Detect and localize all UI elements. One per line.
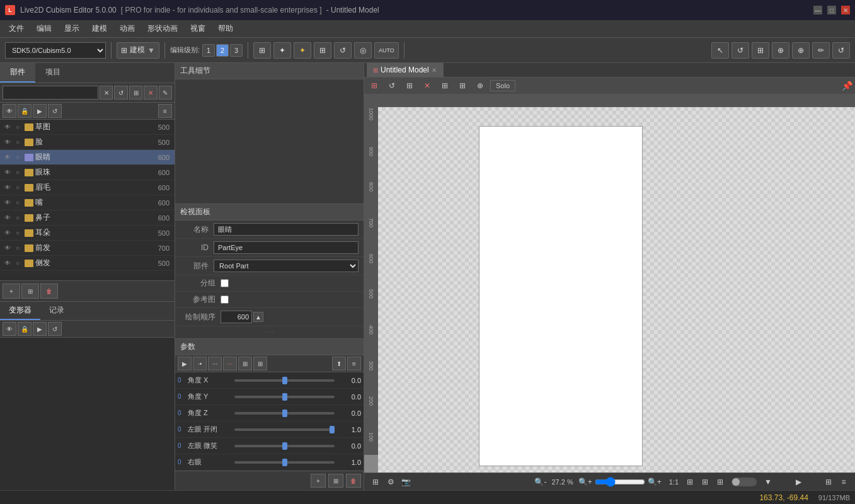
canvas-area[interactable]: 1000 900 800 700 600 500 400 300 200 100 <box>364 94 855 472</box>
param-slider[interactable] <box>234 379 335 382</box>
vis-icon[interactable]: 👁 <box>3 152 13 163</box>
layer-item[interactable]: 👁 ○ 耳朵 500 <box>0 226 175 241</box>
vis-icon[interactable]: 👁 <box>3 258 13 268</box>
lock-icon[interactable]: ○ <box>13 122 23 132</box>
param-menu-btn[interactable]: ≡ <box>347 357 361 370</box>
vis-icon[interactable]: 👁 <box>3 243 13 253</box>
layer-play-btn[interactable]: ▶ <box>33 104 47 118</box>
param-add-btn[interactable]: + <box>311 474 326 488</box>
deform-loop[interactable]: ↺ <box>48 322 62 336</box>
menu-model[interactable]: 建模 <box>86 21 113 37</box>
menu-btn2[interactable]: ≡ <box>837 476 850 488</box>
canvas-tool-5[interactable]: ⊞ <box>437 79 452 93</box>
deform-play[interactable]: ▶ <box>33 322 47 336</box>
search-grid-btn[interactable]: ⊞ <box>129 86 142 100</box>
param-export-btn[interactable]: ⬆ <box>332 357 346 370</box>
pin-button[interactable]: 📌 <box>842 81 852 91</box>
del-point-tool[interactable]: ⊕ <box>792 42 810 59</box>
layer-item[interactable]: 👁 ○ 眉毛 600 <box>0 180 175 195</box>
menu-shape-anim[interactable]: 形状动画 <box>141 21 184 37</box>
param-handle[interactable] <box>282 442 287 450</box>
transform-tool[interactable]: ⊞ <box>253 42 271 59</box>
canvas-tool-2[interactable]: ↺ <box>384 79 399 93</box>
layer-item[interactable]: 👁 ○ 脸 500 <box>0 135 175 150</box>
lock-icon[interactable]: ○ <box>13 198 23 208</box>
maximize-button[interactable]: □ <box>827 6 836 14</box>
search-clear-btn[interactable]: ✕ <box>100 86 113 100</box>
level-3-btn[interactable]: 3 <box>230 44 243 57</box>
canvas-settings-btn[interactable]: ⚙ <box>384 476 397 488</box>
lock-icon[interactable]: ○ <box>13 168 23 178</box>
canvas-camera-btn[interactable]: 📷 <box>399 476 412 488</box>
search-delete-btn[interactable]: ✕ <box>144 86 157 100</box>
select-tool[interactable]: ✦ <box>294 42 311 59</box>
layer-item[interactable]: 👁 ○ 鼻子 600 <box>0 210 175 226</box>
point-tool[interactable]: ✦ <box>273 42 291 59</box>
menu-help[interactable]: 帮助 <box>212 21 239 37</box>
close-button[interactable]: ✕ <box>841 6 850 14</box>
menu-animation[interactable]: 动画 <box>113 21 141 37</box>
deform-vis[interactable]: 👁 <box>3 322 16 336</box>
param-slider[interactable] <box>234 428 335 431</box>
redo-tool[interactable]: ↺ <box>832 42 850 59</box>
canvas-tab-model[interactable]: ⊞ Untitled Model ✕ <box>367 63 444 77</box>
tab-record[interactable]: 记录 <box>40 302 73 320</box>
lasso-tool[interactable]: ↺ <box>732 42 749 59</box>
lock-icon[interactable]: ○ <box>13 137 23 147</box>
play-btn[interactable]: ▶ <box>792 476 805 488</box>
vis-icon[interactable]: 👁 <box>3 228 13 238</box>
param-handle[interactable] <box>330 426 335 433</box>
minimize-button[interactable]: — <box>813 6 822 14</box>
mesh-tool[interactable]: ⊞ <box>314 42 331 59</box>
part-select[interactable]: Root Part <box>214 260 359 272</box>
param-tool1[interactable]: ·• <box>193 357 207 370</box>
level-2-btn[interactable]: 2 <box>216 44 229 57</box>
layer-item[interactable]: 👁 ○ 眼珠 600 <box>0 165 175 180</box>
deform-lock[interactable]: 🔒 <box>18 322 32 336</box>
layer-vis-toggle[interactable]: 👁 <box>3 104 16 118</box>
layer-loop-btn[interactable]: ↺ <box>48 104 62 118</box>
tab-parts[interactable]: 部件 <box>0 63 35 83</box>
zoom-slider[interactable] <box>595 477 645 487</box>
menu-edit[interactable]: 编辑 <box>30 21 58 37</box>
layer-item[interactable]: 👁 ○ 侧发 500 <box>0 256 175 271</box>
param-delete-btn[interactable]: 🗑 <box>346 474 361 488</box>
zoom-in-btn2[interactable]: 🔍+ <box>648 478 662 486</box>
param-tool4[interactable]: ⊞ <box>238 357 252 370</box>
param-tool2[interactable]: ··· <box>208 357 222 370</box>
param-tool5[interactable]: ⊞ <box>253 357 267 370</box>
vis-icon[interactable]: 👁 <box>3 183 13 193</box>
zoom-in-btn[interactable]: 🔍+ <box>578 478 592 486</box>
add-point-tool[interactable]: ⊕ <box>772 42 789 59</box>
param-tool3[interactable]: ··· <box>223 357 237 370</box>
param-slider[interactable] <box>234 396 335 398</box>
settings-btn2[interactable]: ⊞ <box>822 476 835 488</box>
dropdown-btn[interactable]: ▼ <box>762 476 774 488</box>
ref-checkbox[interactable] <box>221 295 229 304</box>
layer-copy-btn[interactable]: ⊞ <box>21 284 39 299</box>
layer-lock-toggle[interactable]: 🔒 <box>18 104 32 118</box>
param-handle[interactable] <box>282 393 287 401</box>
param-handle[interactable] <box>282 410 287 417</box>
fullscreen-btn[interactable]: ⊞ <box>699 476 711 488</box>
vis-icon[interactable]: 👁 <box>3 198 13 208</box>
param-slider[interactable] <box>234 412 335 415</box>
lock-icon[interactable]: ○ <box>13 183 23 193</box>
lock-icon[interactable]: ○ <box>13 243 23 253</box>
canvas-tool-6[interactable]: ⊞ <box>455 79 470 93</box>
canvas-tool-1[interactable]: ⊞ <box>367 79 382 93</box>
menu-view[interactable]: 显示 <box>58 21 86 37</box>
circle-tool[interactable]: ◎ <box>354 42 372 59</box>
vis-icon[interactable]: 👁 <box>3 213 13 223</box>
arrow-tool[interactable]: ↖ <box>711 42 729 59</box>
rotate-tool[interactable]: ↺ <box>334 42 352 59</box>
group-checkbox[interactable] <box>221 279 229 287</box>
lock-icon[interactable]: ○ <box>13 228 23 238</box>
grid-btn2[interactable]: ⊞ <box>714 476 726 488</box>
canvas-tool-3[interactable]: ⊞ <box>402 79 417 93</box>
layer-item[interactable]: 👁 ○ 前发 700 <box>0 241 175 256</box>
id-input[interactable] <box>214 241 359 254</box>
param-slider[interactable] <box>234 445 335 447</box>
tab-project[interactable]: 项目 <box>35 63 71 83</box>
layer-item-selected[interactable]: 👁 ○ 眼睛 600 <box>0 150 175 165</box>
